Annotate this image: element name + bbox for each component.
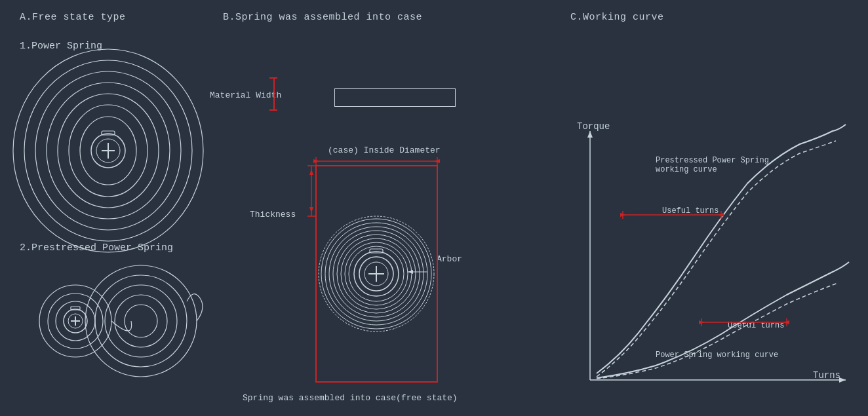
power-curve-path bbox=[597, 262, 849, 378]
svg-marker-31 bbox=[309, 169, 313, 175]
power-spring-free bbox=[13, 49, 203, 252]
svg-marker-49 bbox=[587, 131, 593, 138]
svg-point-23 bbox=[115, 295, 167, 347]
svg-point-21 bbox=[95, 275, 187, 367]
prestressed-curve-path bbox=[597, 124, 846, 373]
spring-in-case bbox=[319, 216, 434, 331]
prestressed-curve-dashed bbox=[597, 141, 836, 377]
svg-point-22 bbox=[105, 285, 177, 357]
power-curve-dashed bbox=[597, 283, 838, 379]
svg-point-20 bbox=[85, 265, 197, 377]
main-svg bbox=[0, 0, 868, 416]
svg-point-24 bbox=[125, 305, 157, 337]
svg-marker-33 bbox=[408, 270, 413, 274]
svg-marker-50 bbox=[839, 377, 846, 383]
svg-marker-32 bbox=[309, 207, 313, 213]
